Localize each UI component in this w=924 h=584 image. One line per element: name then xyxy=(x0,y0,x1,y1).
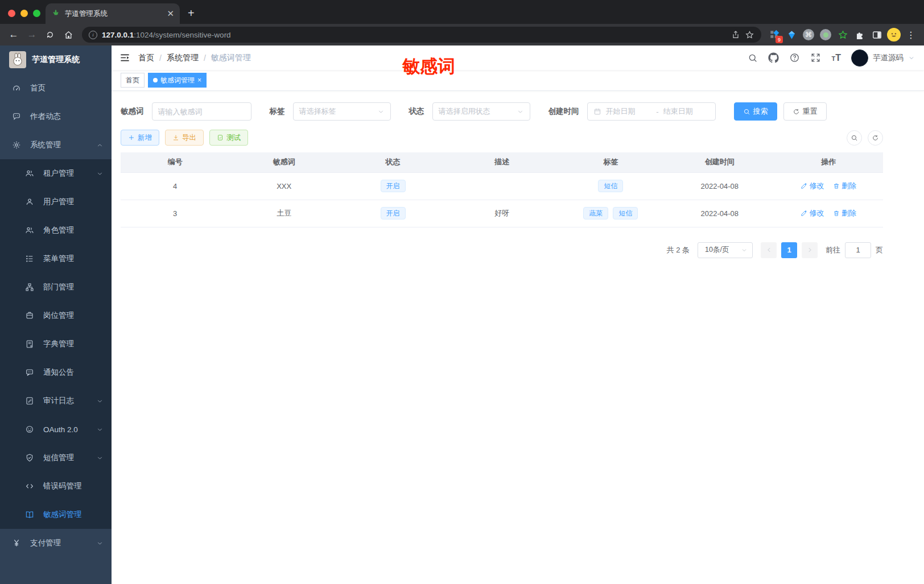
edit-link[interactable]: 修改 xyxy=(801,208,824,218)
sidebar-item-announcement[interactable]: 通知公告 xyxy=(0,358,112,387)
search-button[interactable]: 搜索 xyxy=(734,102,777,121)
sidebar-item-home[interactable]: 首页 xyxy=(0,74,112,102)
prev-page-button[interactable] xyxy=(761,242,777,258)
sidebar-item-role-management[interactable]: 角色管理 xyxy=(0,216,112,245)
reset-button[interactable]: 重置 xyxy=(783,102,827,121)
test-button-label: 测试 xyxy=(226,133,241,143)
hamburger-icon[interactable] xyxy=(119,52,130,63)
chevron-up-icon xyxy=(96,141,104,150)
close-window-button[interactable] xyxy=(8,10,15,17)
url-text: 127.0.0.1:1024/system/sensitive-word xyxy=(102,31,231,39)
emoji-face-icon xyxy=(888,29,900,40)
chat-icon xyxy=(12,112,21,121)
cell-status: 开启 xyxy=(339,200,447,227)
share-icon[interactable] xyxy=(731,30,740,39)
zoom-window-button[interactable] xyxy=(33,10,40,17)
breadcrumb-home[interactable]: 首页 xyxy=(138,53,154,63)
user-menu[interactable]: 芋道源码 xyxy=(851,49,915,67)
sidebar-item-label: 审计日志 xyxy=(43,396,87,406)
profile-avatar[interactable] xyxy=(886,27,901,42)
tag-sensitive-word[interactable]: 敏感词管理 × xyxy=(148,73,207,88)
table-header-row: 编号 敏感词 状态 描述 标签 创建时间 操作 xyxy=(121,152,883,172)
keyword-input[interactable] xyxy=(158,107,245,116)
extension-command-icon[interactable]: ⌘ xyxy=(801,27,816,42)
test-button[interactable]: 测试 xyxy=(209,130,248,146)
goto-page-input[interactable] xyxy=(845,242,871,258)
user-icon xyxy=(25,197,34,206)
bookmark-star-icon[interactable] xyxy=(745,30,754,40)
active-dot xyxy=(153,78,158,82)
page-number-current[interactable]: 1 xyxy=(781,242,797,258)
extension-record-icon[interactable] xyxy=(818,27,833,42)
sidebar-item-user-management[interactable]: 用户管理 xyxy=(0,188,112,216)
fullscreen-icon[interactable] xyxy=(810,52,821,63)
breadcrumb-parent[interactable]: 系统管理 xyxy=(167,53,199,63)
next-page-button[interactable] xyxy=(802,242,818,258)
sidebar-item-author-news[interactable]: 作者动态 xyxy=(0,102,112,131)
address-bar[interactable]: i 127.0.0.1:1024/system/sensitive-word xyxy=(82,27,761,43)
cell-created: 2022-04-08 xyxy=(665,200,774,227)
edit-link[interactable]: 修改 xyxy=(801,181,824,191)
export-button[interactable]: 导出 xyxy=(165,130,204,146)
tag-home[interactable]: 首页 xyxy=(121,73,145,88)
sidebar-item-error-code-management[interactable]: 错误码管理 xyxy=(0,472,112,500)
header-search-icon[interactable] xyxy=(748,53,758,63)
toggle-search-button[interactable] xyxy=(847,130,862,146)
url-path: :1024/system/sensitive-word xyxy=(134,31,230,39)
status-label: 状态 xyxy=(409,106,424,117)
sidebar-logo[interactable]: 芋道管理系统 xyxy=(0,45,112,74)
sidebar-item-tenant-management[interactable]: 租户管理 xyxy=(0,159,112,188)
delete-link[interactable]: 删除 xyxy=(833,181,856,191)
sidebar-item-sensitive-word-management[interactable]: 敏感词管理 xyxy=(0,500,112,529)
tag-select[interactable]: 请选择标签 xyxy=(293,102,391,121)
sidebar-item-sms-management[interactable]: 短信管理 xyxy=(0,444,112,472)
menu-tree-icon xyxy=(25,254,34,263)
side-panel-icon[interactable] xyxy=(869,27,884,42)
close-icon[interactable]: × xyxy=(197,76,201,84)
payment-icon xyxy=(12,539,21,548)
sidebar-item-label: 敏感词管理 xyxy=(43,510,104,520)
sidebar-item-system-management[interactable]: 系统管理 xyxy=(0,131,112,159)
sidebar-item-label: 首页 xyxy=(30,83,104,93)
browser-tab[interactable]: 芋道管理系统 ✕ xyxy=(46,3,180,24)
logo-avatar xyxy=(9,51,26,68)
sidebar-item-oauth[interactable]: OAuth 2.0 xyxy=(0,415,112,444)
extension-grid-diamond-icon[interactable]: 9 xyxy=(767,27,782,42)
sidebar-item-label: OAuth 2.0 xyxy=(43,425,87,434)
sidebar-item-audit-log[interactable]: 审计日志 xyxy=(0,387,112,415)
refresh-table-button[interactable] xyxy=(868,130,883,146)
sidebar-item-payment-management[interactable]: 支付管理 xyxy=(0,529,112,557)
filter-create-time: 创建时间 开始日期 - 结束日期 xyxy=(548,102,716,121)
sidebar-item-post-management[interactable]: 岗位管理 xyxy=(0,301,112,330)
reload-button[interactable] xyxy=(42,27,58,43)
forward-button[interactable]: → xyxy=(24,27,40,43)
sidebar-item-label: 系统管理 xyxy=(30,140,87,150)
add-button[interactable]: 新增 xyxy=(121,130,159,146)
page-size-select[interactable]: 10条/页 xyxy=(698,242,753,258)
search-button-label: 搜索 xyxy=(753,106,768,117)
date-range-picker[interactable]: 开始日期 - 结束日期 xyxy=(587,102,716,121)
status-select[interactable]: 请选择启用状态 xyxy=(432,102,530,121)
sidebar-item-menu-management[interactable]: 菜单管理 xyxy=(0,245,112,273)
help-icon[interactable] xyxy=(789,52,800,63)
sidebar-item-label: 岗位管理 xyxy=(43,310,104,321)
github-icon[interactable] xyxy=(768,52,779,63)
minimize-window-button[interactable] xyxy=(20,10,28,17)
delete-link[interactable]: 删除 xyxy=(833,208,856,218)
browser-menu-icon[interactable]: ⋮ xyxy=(904,27,918,42)
new-tab-button[interactable]: + xyxy=(188,7,195,20)
font-size-icon[interactable]: TT xyxy=(831,53,841,63)
sidebar-item-department-management[interactable]: 部门管理 xyxy=(0,273,112,301)
extensions-puzzle-icon[interactable] xyxy=(852,27,867,42)
home-button[interactable] xyxy=(60,27,76,43)
sms-shield-icon xyxy=(25,453,34,462)
sidebar-item-dict-management[interactable]: 字典管理 xyxy=(0,330,112,358)
chevron-down-icon xyxy=(741,247,748,254)
back-button[interactable]: ← xyxy=(6,27,22,43)
extension-star-icon[interactable] xyxy=(835,27,850,42)
extension-gem-icon[interactable] xyxy=(784,27,799,42)
goto-label: 前往 xyxy=(826,245,840,255)
close-tab-icon[interactable]: ✕ xyxy=(167,9,174,19)
trash-icon xyxy=(833,210,840,217)
site-info-icon[interactable]: i xyxy=(89,31,97,39)
